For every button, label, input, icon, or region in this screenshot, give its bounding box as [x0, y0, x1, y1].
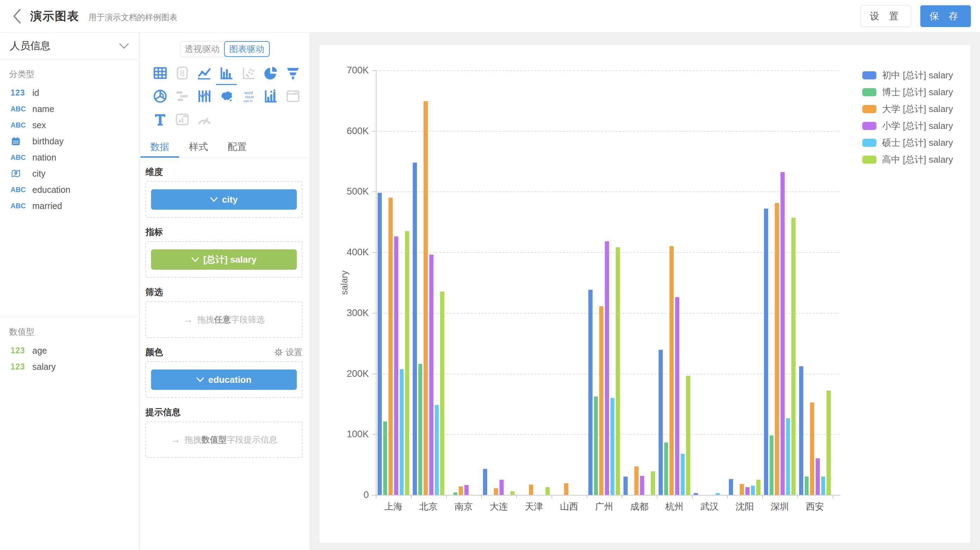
bar-大连-高中[interactable] [511, 491, 515, 495]
field-item-sex[interactable]: ABCsex [0, 117, 139, 133]
bar-大连-初中[interactable] [483, 469, 487, 495]
legend-item-大学[interactable]: 大学 [总计] salary [862, 100, 953, 117]
chart-type-embed-window-icon[interactable] [282, 85, 304, 108]
legend-item-初中[interactable]: 初中 [总计] salary [862, 67, 953, 84]
bar-天津-大学[interactable] [529, 485, 533, 495]
bar-西安-初中[interactable] [799, 366, 803, 495]
bar-上海-硕士[interactable] [400, 369, 404, 495]
bar-大连-小学[interactable] [500, 480, 504, 495]
bar-广州-初中[interactable] [589, 290, 593, 495]
back-button[interactable] [10, 7, 24, 25]
chart-type-table-icon[interactable] [149, 62, 171, 84]
bar-西安-硕士[interactable] [821, 477, 826, 495]
chart-type-pie-chart-icon[interactable] [259, 62, 282, 84]
bar-广州-硕士[interactable] [611, 398, 615, 495]
chart-type-scatter-plot-icon[interactable] [237, 62, 259, 84]
bar-沈阳-小学[interactable] [745, 487, 749, 495]
bar-上海-大学[interactable] [388, 198, 393, 495]
bar-成都-高中[interactable] [651, 471, 655, 495]
bar-深圳-小学[interactable] [781, 172, 785, 495]
legend-item-硕士[interactable]: 硕士 [总计] salary [862, 134, 953, 151]
bar-深圳-大学[interactable] [775, 203, 779, 495]
mode-tab-chart[interactable]: 图表驱动 [224, 41, 270, 57]
bar-南京-博士[interactable] [453, 493, 458, 495]
field-item-salary[interactable]: 123salary [0, 359, 139, 375]
bar-深圳-博士[interactable] [770, 436, 774, 495]
bar-武汉-初中[interactable] [694, 493, 698, 495]
bar-杭州-大学[interactable] [670, 246, 674, 495]
legend-item-高中[interactable]: 高中 [总计] salary [862, 151, 953, 168]
chart-type-word-cloud-icon[interactable]: wordcloudagile BI [237, 85, 259, 108]
bar-广州-博士[interactable] [594, 396, 598, 495]
chart-type-radar-icon[interactable] [149, 85, 171, 108]
bar-上海-高中[interactable] [405, 231, 409, 495]
bar-杭州-小学[interactable] [675, 297, 679, 495]
metric-dropzone[interactable]: [总计] salary [145, 241, 302, 278]
bar-杭州-博士[interactable] [664, 442, 668, 495]
bar-南京-大学[interactable] [459, 486, 463, 495]
bar-西安-高中[interactable] [827, 391, 831, 495]
chart-type-line-chart-icon[interactable] [193, 62, 215, 84]
mode-tab-pivot[interactable]: 透视驱动 [180, 41, 224, 57]
dimension-dropzone[interactable]: city [145, 181, 302, 218]
legend-item-小学[interactable]: 小学 [总计] salary [862, 117, 953, 134]
bar-上海-博士[interactable] [383, 421, 387, 495]
bar-广州-小学[interactable] [605, 241, 609, 495]
field-item-id[interactable]: 123id [0, 85, 139, 101]
legend-item-博士[interactable]: 博士 [总计] salary [862, 84, 953, 100]
dimension-pill-city[interactable]: city [151, 189, 297, 210]
dataset-selector[interactable]: 人员信息 [0, 33, 139, 59]
bar-南京-小学[interactable] [465, 485, 469, 495]
bar-山西-大学[interactable] [564, 483, 568, 495]
chart-type-number-card-icon[interactable]: 8 [171, 62, 193, 84]
bar-杭州-初中[interactable] [659, 350, 663, 495]
bar-杭州-硕士[interactable] [681, 454, 685, 495]
bar-北京-硕士[interactable] [435, 405, 439, 495]
bar-天津-高中[interactable] [546, 487, 550, 495]
chart-type-gantt-icon[interactable] [171, 85, 193, 108]
field-item-education[interactable]: ABCeducation [0, 181, 139, 198]
bar-成都-大学[interactable] [634, 466, 639, 495]
bar-上海-初中[interactable] [378, 193, 382, 495]
settings-button[interactable]: 设 置 [861, 5, 911, 27]
tab-data[interactable]: 数据 [140, 136, 179, 157]
bar-北京-博士[interactable] [418, 364, 423, 495]
chart-type-china-map-icon[interactable] [215, 85, 237, 108]
metric-pill-salary[interactable]: [总计] salary [151, 250, 297, 270]
tab-config[interactable]: 配置 [218, 136, 256, 157]
chart-type-parallel-icon[interactable] [193, 85, 215, 108]
bar-沈阳-高中[interactable] [756, 480, 760, 495]
bar-沈阳-硕士[interactable] [751, 486, 755, 495]
bar-北京-初中[interactable] [413, 163, 417, 495]
filter-dropzone[interactable]: → 拖拽任意字段筛选 [145, 301, 302, 338]
field-item-birthday[interactable]: birthday [0, 133, 139, 149]
field-item-city[interactable]: city [0, 165, 139, 181]
chart-type-funnel-icon[interactable] [282, 62, 304, 84]
bar-西安-博士[interactable] [805, 477, 809, 495]
bar-深圳-高中[interactable] [791, 218, 795, 495]
bar-北京-小学[interactable] [429, 254, 433, 495]
color-dropzone[interactable]: education [145, 361, 302, 398]
bar-成都-初中[interactable] [624, 477, 628, 495]
field-item-nation[interactable]: ABCnation [0, 149, 139, 165]
bar-广州-大学[interactable] [599, 306, 603, 495]
color-pill-education[interactable]: education [151, 369, 297, 390]
field-item-age[interactable]: 123age [0, 342, 139, 359]
chart-type-media-chart-icon[interactable] [171, 108, 193, 130]
chart-type-gauge-icon[interactable] [193, 108, 215, 130]
bar-西安-小学[interactable] [816, 458, 820, 495]
bar-大连-大学[interactable] [494, 488, 498, 495]
tooltip-dropzone[interactable]: → 拖拽数值型字段提示信息 [145, 421, 302, 458]
bar-深圳-硕士[interactable] [786, 418, 790, 495]
bar-上海-小学[interactable] [394, 236, 398, 495]
color-settings-link[interactable]: 设置 [274, 347, 302, 358]
chart-type-combo-bar-icon[interactable] [259, 85, 282, 108]
tab-style[interactable]: 样式 [179, 136, 218, 157]
chart-type-bar-chart-icon[interactable] [215, 62, 237, 84]
field-item-name[interactable]: ABCname [0, 101, 139, 117]
bar-深圳-初中[interactable] [764, 208, 768, 495]
bar-北京-高中[interactable] [440, 291, 444, 495]
bar-成都-小学[interactable] [640, 476, 644, 495]
bar-北京-大学[interactable] [423, 101, 428, 495]
field-item-married[interactable]: ABCmarried [0, 198, 139, 214]
